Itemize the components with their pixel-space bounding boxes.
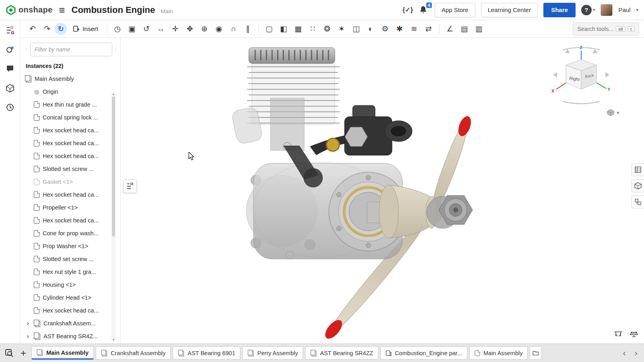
display-states-icon[interactable]: ◐ — [364, 23, 378, 35]
onshape-logo[interactable]: onshape — [6, 5, 52, 15]
tree-item[interactable]: Slotted set screw ... — [20, 253, 120, 265]
expand-chevron-icon[interactable]: › — [25, 319, 31, 327]
replicate-icon[interactable]: ▦ — [291, 23, 305, 35]
mate-connector-icon[interactable] — [4, 43, 16, 56]
linear-pattern-icon[interactable]: ∷ — [306, 23, 320, 35]
scroll-down-icon[interactable]: ▼ — [111, 338, 116, 341]
versions-icon[interactable]: {✓} — [402, 6, 413, 14]
tree-item-ast-bearing[interactable]: › AST Bearing SR4Z... — [20, 330, 120, 343]
tree-item[interactable]: Hex socket head ca... — [20, 214, 120, 227]
mass-properties-icon[interactable] — [630, 331, 638, 339]
tangent-mate-icon[interactable]: ∩ — [227, 23, 240, 35]
help-button[interactable]: ? — [581, 5, 592, 15]
bom-panel-button[interactable] — [632, 163, 644, 176]
tab-ast-bearing-sr4zz[interactable]: AST Bearing SR4ZZ — [305, 346, 378, 360]
workspace-name[interactable]: Main — [161, 6, 173, 14]
cylindrical-mate-icon[interactable]: ⊕ — [198, 23, 211, 35]
tree-item[interactable]: Slotted set screw ... — [20, 162, 120, 175]
panel-scrollbar[interactable]: ▲ ▼ — [111, 92, 116, 342]
revolute-mate-icon[interactable]: ↺ — [140, 23, 153, 35]
tab-partial[interactable] — [530, 346, 542, 360]
comments-icon[interactable] — [4, 63, 16, 75]
view-options-button[interactable]: ▾ — [607, 109, 619, 117]
configurations-icon[interactable]: ⚙ — [378, 23, 392, 35]
update-sync-icon[interactable]: ↻ — [55, 23, 67, 35]
scrollbar-thumb[interactable] — [112, 97, 115, 237]
tree-item[interactable]: Hex nut style 1 gra... — [20, 265, 120, 278]
appearance-panel-button[interactable] — [632, 179, 644, 192]
user-menu-caret-icon[interactable]: ▾ — [636, 7, 638, 12]
share-button[interactable]: Share — [543, 3, 576, 17]
snapshot-icon[interactable]: ◫ — [349, 23, 363, 35]
insert-part-icon[interactable]: ◧ — [277, 23, 291, 35]
feature-list-toggle[interactable] — [123, 179, 137, 193]
explode-view-icon[interactable]: ✶ — [335, 23, 349, 35]
drawing-icon[interactable]: ▤ — [458, 23, 471, 35]
tree-item[interactable]: Hex socket head ca... — [20, 150, 120, 162]
insert-button[interactable]: Insert — [68, 22, 103, 36]
gear-relation-icon[interactable]: ✱ — [393, 23, 407, 35]
tree-item-origin[interactable]: ◎ Origin — [20, 85, 120, 98]
mate-icon[interactable]: ◷ — [111, 23, 124, 35]
document-menu-icon[interactable]: ≡ — [57, 5, 66, 15]
filter-input[interactable] — [30, 43, 112, 56]
tree-item-crankshaft-assembly[interactable]: › Crankshaft Assem... — [20, 317, 120, 330]
box-select-icon[interactable]: ▢ — [262, 23, 276, 35]
measure-icon[interactable] — [613, 331, 623, 339]
tree-item[interactable]: Hex socket head ca... — [20, 188, 120, 201]
parts-icon[interactable]: ? — [4, 82, 16, 94]
redo-button[interactable]: ↷ — [40, 23, 54, 35]
tree-item[interactable]: Housing <1> — [20, 278, 120, 291]
tab-main-assembly-2[interactable]: Main Assembly — [469, 346, 528, 360]
tab-main-assembly[interactable]: Main Assembly — [31, 346, 94, 360]
pin-slot-mate-icon[interactable]: ◉ — [212, 23, 226, 35]
circular-pattern-icon[interactable]: ❂ — [320, 23, 334, 35]
tree-item[interactable]: Hex socket head ca... — [20, 304, 120, 317]
slider-mate-icon[interactable]: ↔ — [154, 23, 168, 35]
graphics-viewport[interactable]: Right Back Z Y X ▾ — [121, 38, 644, 343]
measure-tool-icon[interactable]: ∠ — [443, 23, 457, 35]
tabs-scroll-right-icon[interactable]: › — [631, 348, 641, 358]
screw-relation-icon[interactable]: ≋ — [407, 23, 421, 35]
learning-center-button[interactable]: Learning Center — [481, 3, 538, 17]
notifications-button[interactable]: 4 — [419, 5, 429, 15]
tree-item[interactable]: Hex thin nut grade ... — [20, 98, 120, 111]
undo-button[interactable]: ↶ — [26, 23, 39, 35]
tree-item[interactable]: Prop Washer <1> — [20, 240, 120, 253]
planar-mate-icon[interactable]: ✛ — [169, 23, 182, 35]
tree-item[interactable]: Hex socket head ca... — [20, 124, 120, 137]
user-avatar[interactable] — [601, 4, 613, 16]
tree-item[interactable]: Propeller <1> — [20, 201, 120, 214]
filter-icon[interactable] — [26, 45, 27, 53]
parallel-mate-icon[interactable]: ∥ — [241, 23, 255, 35]
tree-item-suppressed[interactable]: Gasket <1> — [20, 175, 120, 188]
list-view-icon[interactable] — [116, 45, 117, 53]
scroll-up-icon[interactable]: ▲ — [111, 93, 116, 95]
group-icon[interactable]: ▣ — [125, 23, 139, 35]
tree-item[interactable]: Conical spring lock ... — [20, 111, 120, 124]
expand-chevron-icon[interactable]: › — [25, 332, 31, 340]
tab-ast-bearing-6901[interactable]: AST Bearing 6901 — [173, 346, 240, 360]
tree-item[interactable]: Hex socket head ca... — [20, 137, 120, 150]
configuration-panel-button[interactable] — [632, 195, 644, 208]
assembly-features-icon[interactable] — [4, 24, 16, 36]
tab-perry-assembly[interactable]: Perry Assembly — [242, 346, 303, 360]
bom-table-icon[interactable]: ▥ — [472, 23, 486, 35]
tab-manager-button[interactable] — [3, 347, 15, 359]
swap-instance-icon[interactable]: ⇄ — [422, 23, 436, 35]
new-tab-button[interactable]: + — [17, 348, 29, 359]
ball-mate-icon[interactable]: ✥ — [183, 23, 197, 35]
mouse-cursor — [188, 152, 195, 161]
tab-crankshaft-assembly[interactable]: Crankshaft Assembly — [96, 346, 171, 360]
history-icon[interactable] — [4, 101, 16, 113]
tree-item-main-assembly[interactable]: Main Assembly — [20, 72, 120, 85]
help-caret-icon[interactable]: ▾ — [593, 7, 595, 12]
search-tools-button[interactable]: Search tools... alt c — [573, 23, 639, 35]
tree-item[interactable]: Cone for prop wash... — [20, 227, 120, 240]
view-cube[interactable]: Right Back Z Y X — [549, 44, 613, 107]
app-store-button[interactable]: App Store — [435, 3, 475, 17]
tabs-scroll-left-icon[interactable]: ‹ — [619, 348, 629, 358]
tree-item[interactable]: Cylinder Head <1> — [20, 291, 120, 304]
tab-combustion-engine-parts[interactable]: Combustion_Engine par... — [380, 346, 467, 360]
user-name[interactable]: Paul — [618, 6, 630, 13]
